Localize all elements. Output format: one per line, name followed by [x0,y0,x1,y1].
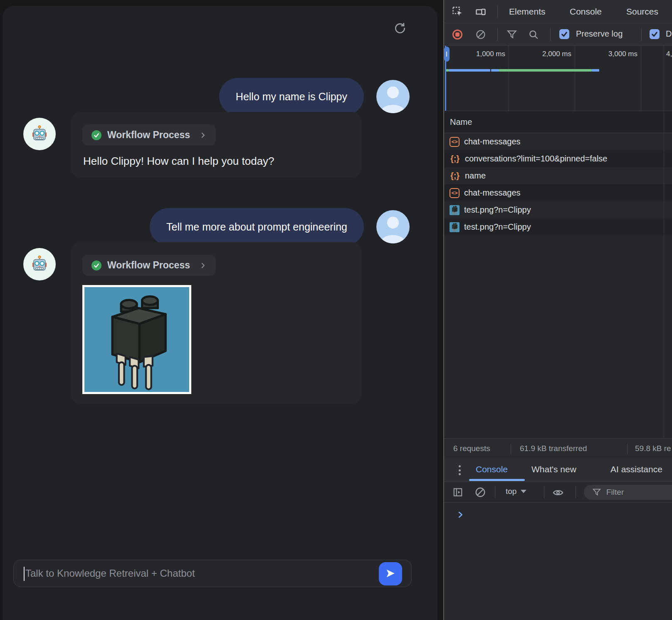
network-request-list: <> chat-messages {;} conversations?limit… [444,133,672,236]
network-request-row[interactable]: test.png?n=Clippy [444,218,672,236]
tab-console[interactable]: Console [570,0,602,23]
bot-avatar [23,118,56,150]
column-divider [664,46,664,438]
json-request-icon: {;} [450,171,460,181]
bot-message-card: Workflow Process [71,242,362,404]
toolbar-divider [641,28,642,41]
timeline-gridline [575,46,575,111]
user-avatar [376,80,410,113]
filter-icon [592,488,601,497]
active-tab-underline [469,479,525,481]
network-column-header-name[interactable]: Name [444,111,672,133]
console-prompt-chevron-icon [457,511,464,520]
network-request-row[interactable]: <> chat-messages [444,184,672,201]
inspect-element-icon[interactable] [452,6,463,17]
json-request-icon: {;} [450,154,460,164]
robot-icon [30,124,49,144]
chevron-right-icon [199,131,207,139]
disable-cache-label: D [666,29,672,39]
preserve-log-label: Preserve log [576,29,623,39]
console-filter-input[interactable]: Filter [584,485,672,500]
person-icon [376,80,410,113]
network-summary-bar: 6 requests 61.9 kB transferred 59.8 kB r… [444,438,672,459]
timeline-tick: 4,0 [666,50,672,58]
toolbar-divider [497,5,498,18]
devtools-tabbar: Elements Console Sources [444,0,672,23]
chat-message-user-2: Tell me more about prompt engineering [150,208,410,246]
refresh-button[interactable] [393,22,408,37]
network-toolbar: Preserve log D [444,23,672,46]
workflow-process-expander[interactable]: Workflow Process [82,255,216,276]
user-avatar [376,210,410,243]
toolbar-divider [544,486,544,498]
bot-response-image-transistor [82,285,191,394]
chat-input-bar [13,560,412,587]
network-request-row[interactable]: <> chat-messages [444,133,672,150]
chat-input[interactable] [14,560,411,587]
chat-message-bot-1: Workflow Process Hello Clippy! How can I… [23,112,362,178]
search-icon[interactable] [528,29,539,40]
console-toolbar: top Filter [444,482,672,503]
record-network-log-button[interactable] [452,30,462,40]
workflow-process-expander[interactable]: Workflow Process [82,124,216,146]
drawer-tab-whats-new[interactable]: What's new [531,459,576,480]
chevron-right-icon [199,262,207,269]
filter-placeholder: Filter [606,488,624,497]
clear-network-log-icon[interactable] [476,30,486,40]
timeline-tick: 3,000 ms [576,50,637,58]
request-name: chat-messages [464,137,521,146]
toolbar-divider [550,28,551,41]
summary-resources: 59.8 kB re [635,444,671,453]
drawer-tab-ai-assistance[interactable]: AI assistance [610,459,662,480]
request-name: test.png?n=Clippy [464,222,531,232]
network-timeline-overview[interactable]: 1,000 ms 2,000 ms 3,000 ms 4,0 [444,46,672,111]
fetch-request-icon: <> [450,137,460,147]
summary-request-count: 6 requests [453,444,490,453]
request-name: chat-messages [464,188,521,198]
network-request-row[interactable]: {;} name [444,167,672,184]
chevron-down-icon [521,490,526,493]
image-thumbnail-icon [450,222,460,232]
image-thumbnail-icon [450,205,460,215]
bot-message-text: Hello Clippy! How can I help you today? [82,155,350,168]
request-name: conversations?limit=100&pinned=false [465,154,607,164]
preserve-log-checkbox[interactable] [559,29,569,39]
more-options-kebab-icon[interactable] [456,465,463,475]
context-label: top [506,487,516,496]
devtools-panel: Elements Console Sources Preserve log [443,0,672,620]
console-prompt-area[interactable] [444,503,672,620]
toolbar-divider [495,486,495,498]
text-caret [24,567,25,581]
fetch-request-icon: <> [450,188,460,198]
tab-elements[interactable]: Elements [509,0,546,23]
chat-message-user-1: Hello my name is Clippy [219,78,410,115]
clear-console-icon[interactable] [475,487,486,498]
user-message-bubble: Hello my name is Clippy [219,78,364,115]
transistor-illustration [84,287,189,392]
success-check-icon [91,260,101,270]
send-button[interactable] [379,562,402,585]
drawer-tabbar: Console What's new AI assistance [444,459,672,482]
summary-divider [511,444,511,454]
execution-context-selector[interactable]: top [506,487,526,496]
refresh-icon [393,22,407,37]
bot-message-card: Workflow Process Hello Clippy! How can I… [71,112,362,178]
device-toolbar-icon[interactable] [475,6,487,17]
chat-panel: Hello my name is Clippy Workflow Process… [2,6,437,620]
drawer-tab-console[interactable]: Console [476,459,508,480]
bot-avatar [23,248,56,280]
live-expression-eye-icon[interactable] [552,487,564,498]
network-request-row[interactable]: test.png?n=Clippy [444,201,672,218]
robot-icon [30,255,49,274]
network-request-row[interactable]: {;} conversations?limit=100&pinned=false [444,150,672,167]
disable-cache-checkbox[interactable] [650,29,660,39]
filter-icon[interactable] [506,29,517,40]
timeline-range-handle[interactable] [444,47,450,62]
toolbar-divider [497,28,498,41]
network-list-empty-area [444,236,672,438]
user-message-bubble: Tell me more about prompt engineering [150,208,364,246]
tab-sources[interactable]: Sources [626,0,658,23]
network-overview-bars [444,69,672,72]
person-icon [376,210,410,243]
console-sidebar-icon[interactable] [452,487,463,498]
